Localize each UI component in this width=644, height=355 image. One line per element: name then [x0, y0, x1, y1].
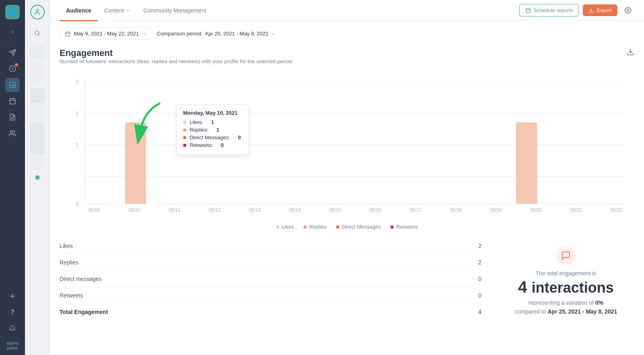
legend-dm-label: Direct Messages: [342, 224, 381, 230]
legend-retweets-label: Retweets: [396, 224, 418, 230]
analytics-nav-icon[interactable]: [5, 78, 20, 92]
stats-dm-label: Direct messages: [60, 276, 101, 282]
stats-row-retweets: Retweets 0: [60, 287, 481, 304]
summary-variation: representing a variation of 0% compared …: [515, 298, 617, 316]
svg-rect-8: [526, 8, 530, 12]
stats-row-replies: Replies 2: [60, 254, 481, 271]
svg-text:05/12: 05/12: [209, 207, 221, 213]
tab-content[interactable]: Content: [98, 0, 137, 21]
tooltip-dm-value: 0: [238, 134, 241, 140]
svg-text:05/17: 05/17: [410, 207, 421, 213]
stats-row-dm: Direct messages 0: [60, 271, 481, 287]
expand-icon[interactable]: ›: [5, 24, 20, 39]
stats-total-label: Total Engagement: [60, 309, 108, 315]
help-nav-icon[interactable]: ?: [5, 305, 20, 320]
team-nav-icon[interactable]: [5, 126, 20, 140]
stats-retweets-value: 0: [478, 292, 481, 299]
svg-text:05/11: 05/11: [169, 207, 180, 213]
legend-retweets-dot: [390, 225, 394, 229]
tooltip-dm-dot: [183, 136, 186, 139]
stats-total-value: 4: [478, 309, 481, 315]
svg-text:05/20: 05/20: [530, 207, 542, 213]
section-header: Engagement Number of followers' interact…: [60, 48, 634, 71]
svg-rect-22: [125, 122, 147, 204]
engagement-chart: 3 2 1 0 05/09 05/10 05/11 05/12 05/13 05…: [60, 72, 634, 217]
tooltip-retweets-dot: [183, 144, 186, 147]
chart-svg: 3 2 1 0 05/09 05/10 05/11 05/12 05/13 05…: [60, 72, 634, 217]
section-title: Engagement: [60, 48, 293, 58]
add-nav-icon[interactable]: +: [5, 289, 20, 303]
tooltip-dm-label: Direct Messages:: [190, 134, 230, 140]
nav-actions: Schedule reports Export: [519, 4, 634, 17]
legend-dm: Direct Messages: [336, 224, 381, 230]
stats-replies-label: Replies: [60, 259, 78, 266]
stats-likes-label: Likes: [60, 243, 73, 249]
tooltip-replies-label: Replies:: [190, 127, 208, 133]
stats-section: Likes 2 Replies 2 Direct messages 0 Retw…: [60, 238, 634, 324]
svg-text:05/19: 05/19: [490, 207, 502, 213]
calendar-nav-icon[interactable]: [5, 94, 20, 108]
tooltip-retweets-value: 0: [221, 142, 223, 148]
settings-gear-icon[interactable]: [621, 4, 634, 17]
svg-text:05/16: 05/16: [369, 207, 381, 213]
legend-replies-dot: [303, 225, 307, 229]
filter-bar: May 9, 2021 - May 22, 2021 Comparison pe…: [60, 27, 634, 40]
svg-text:05/21: 05/21: [570, 207, 582, 213]
svg-text:1: 1: [76, 142, 78, 148]
comparison-period-filter[interactable]: Comparison period: Apr 25, 2021 - May 8,…: [157, 31, 276, 37]
svg-text:05/15: 05/15: [329, 207, 341, 213]
svg-point-7: [35, 31, 39, 35]
sub-sidebar: [25, 0, 50, 355]
summary-intro-text: The total engagement is: [536, 270, 596, 277]
svg-rect-23: [516, 122, 537, 204]
summary-variation-value: 0%: [595, 299, 603, 306]
stats-likes-value: 2: [478, 243, 481, 249]
stats-table: Likes 2 Replies 2 Direct messages 0 Retw…: [60, 238, 481, 324]
svg-text:0: 0: [76, 200, 78, 207]
date-range-picker[interactable]: May 9, 2021 - May 22, 2021: [60, 27, 152, 40]
legend-likes-label: Likes: [282, 224, 294, 230]
tooltip-dm-row: Direct Messages: 0: [183, 134, 242, 140]
summary-card: The total engagement is 4 interactions r…: [497, 238, 634, 324]
publishing-icon[interactable]: [5, 45, 20, 60]
summary-count-number: 4: [518, 278, 527, 296]
sub-search-icon[interactable]: [30, 26, 45, 40]
summary-count-unit: interactions: [532, 279, 614, 296]
tooltip-likes-label: Likes:: [190, 119, 203, 125]
notification-badge-icon[interactable]: [5, 62, 20, 76]
summary-icon: [556, 246, 576, 265]
main-content: Audience Content Community Management Sc…: [50, 0, 644, 355]
tab-audience[interactable]: Audience: [60, 0, 98, 21]
export-button[interactable]: Export: [583, 4, 617, 16]
main-sidebar: 🌐 › + ? agora pulse: [0, 0, 25, 355]
svg-point-5: [10, 130, 13, 133]
download-chart-icon[interactable]: [626, 48, 634, 58]
svg-text:05/22: 05/22: [610, 207, 622, 213]
tooltip-likes-row: Likes: 1: [183, 119, 242, 125]
legend-replies-label: Replies: [309, 224, 326, 230]
legend-likes-dot: [276, 225, 279, 229]
svg-rect-2: [10, 99, 15, 104]
legend-replies: Replies: [303, 224, 326, 230]
profile-avatar[interactable]: [30, 5, 45, 19]
chart-tooltip: Monday, May 10, 2021 Likes: 1 Replies: 1…: [176, 105, 249, 155]
svg-text:05/10: 05/10: [128, 207, 140, 213]
stats-replies-value: 2: [478, 259, 481, 266]
stats-dm-value: 0: [478, 276, 481, 282]
top-nav: Audience Content Community Management Sc…: [50, 0, 644, 21]
svg-rect-11: [66, 32, 70, 36]
tooltip-replies-row: Replies: 1: [183, 127, 242, 133]
summary-comparison-text: compared to: [515, 308, 546, 315]
svg-text:05/14: 05/14: [289, 207, 301, 213]
stats-row-total: Total Engagement 4: [60, 304, 481, 320]
legend-retweets: Retweets: [390, 224, 418, 230]
bell-nav-icon[interactable]: [5, 321, 20, 336]
reports-nav-icon[interactable]: [5, 110, 20, 124]
tooltip-retweets-row: Retweets: 0: [183, 142, 242, 148]
legend-likes: Likes: [276, 224, 294, 230]
schedule-reports-button[interactable]: Schedule reports: [519, 4, 579, 17]
tooltip-likes-value: 1: [211, 119, 214, 125]
tab-community[interactable]: Community Management: [137, 0, 213, 21]
svg-text:2: 2: [76, 110, 78, 116]
summary-variation-text: representing a variation of: [528, 299, 594, 306]
